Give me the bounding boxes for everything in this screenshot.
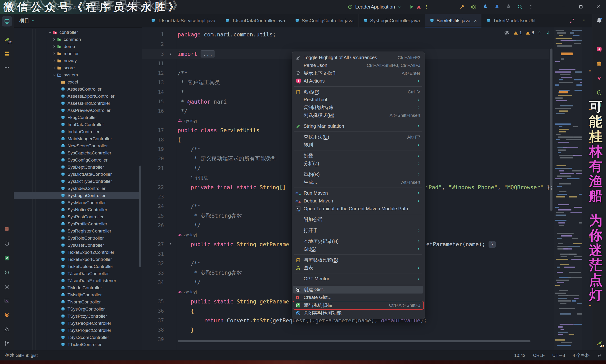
menu-item-18[interactable]: 重构(R) <box>293 170 423 178</box>
menu-item-33[interactable]: 图表 <box>293 264 423 272</box>
editor-tab-4[interactable]: SysLoginController.java <box>358 14 425 27</box>
tree-item-score[interactable]: score <box>14 64 139 71</box>
author-inlay[interactable]: zysicyj <box>178 289 197 295</box>
menu-item-29[interactable]: 本地历史记录(H) <box>293 237 423 245</box>
tree-item-TSysOrgController[interactable]: TSysOrgController <box>14 306 139 313</box>
run-button[interactable] <box>409 4 414 10</box>
error-stripe-mark[interactable] <box>589 305 591 306</box>
tree-item-TSysScoreController[interactable]: TSysScoreController <box>14 334 139 341</box>
tree-item-TMsdjbController[interactable]: TMsdjbController <box>14 291 139 299</box>
tree-item-NewScoreController[interactable]: NewScoreController <box>14 142 139 149</box>
jrebel-tool-button[interactable]: JR <box>2 34 12 44</box>
author-inlay[interactable]: zysicyj <box>178 118 197 123</box>
tree-item-TModelController[interactable]: TModelController <box>14 284 139 291</box>
problems-tool-button[interactable] <box>2 310 12 320</box>
close-tab-icon[interactable]: × <box>474 18 477 23</box>
tree-item-SysIndexController[interactable]: SysIndexController <box>14 185 139 192</box>
tree-item-SysDictTypeController[interactable]: SysDictTypeController <box>14 178 139 185</box>
menu-item-40[interactable]: 关闭实时检测功能 <box>293 309 423 317</box>
rocket-icon[interactable] <box>482 4 488 10</box>
editor-tab-3[interactable]: SysConfigController.java <box>290 14 358 27</box>
chevron-right-icon[interactable] <box>51 45 57 49</box>
tree-item-TicketUploadController[interactable]: TicketUploadController <box>14 263 139 270</box>
editor-tab-5[interactable]: ServletUtils.java× <box>425 14 482 27</box>
commit-tool-button[interactable] <box>2 48 12 59</box>
excel-tool-button[interactable] <box>2 253 12 263</box>
error-stripe-mark[interactable] <box>589 125 591 126</box>
menu-item-2[interactable]: 显示上下文操作Alt+Enter <box>293 69 423 77</box>
editor-vertical-scrollbar[interactable] <box>550 49 552 211</box>
author-inlay[interactable]: zysicyj <box>178 232 197 237</box>
menu-item-35[interactable]: GPT Mentor <box>293 275 423 283</box>
debug-button[interactable] <box>416 4 422 10</box>
readonly-lock-icon[interactable] <box>597 353 602 358</box>
menu-item-1[interactable]: Parse JsonCtrl+Alt+Shift+J, Ctrl+Alt+J <box>293 62 423 69</box>
rocket-icon[interactable] <box>494 4 500 10</box>
maximize-button[interactable] <box>578 3 584 10</box>
tree-item-SysRoleController[interactable]: SysRoleController <box>14 235 139 242</box>
editor-tab-1[interactable]: TJsonDataServiceImpl.java <box>146 14 220 27</box>
usage-hint[interactable]: 1 个用法 <box>191 175 208 181</box>
next-problem-icon[interactable] <box>546 30 551 35</box>
editor-tab-6[interactable]: TicketModelJsonUtil <box>482 14 540 27</box>
line-ending-selector[interactable]: CRLF <box>533 353 545 358</box>
json-tool-button[interactable]: {} <box>594 100 604 109</box>
warnings-tool-button[interactable] <box>2 324 12 334</box>
menu-item-13[interactable]: 转到 <box>293 141 423 149</box>
error-stripe-mark[interactable] <box>589 186 591 187</box>
tree-item-AssPreviewController[interactable]: AssPreviewController <box>14 107 139 114</box>
rocket-disabled-icon[interactable] <box>506 4 511 10</box>
menu-item-0[interactable]: Toggle Highlight of All OccurrencesCtrl+… <box>293 54 423 62</box>
settings-tool-button[interactable] <box>2 281 12 292</box>
tree-item-TSysProjectController[interactable]: TSysProjectController <box>14 327 139 334</box>
tree-item-monitor[interactable]: monitor <box>14 50 139 57</box>
notifications-button[interactable] <box>594 16 604 25</box>
error-stripe-mark[interactable] <box>589 162 591 163</box>
menu-item-27[interactable]: 打开于 <box>293 227 423 234</box>
menu-item-12[interactable]: 查找用法(U)Alt+F7 <box>293 133 423 141</box>
error-stripe-mark[interactable] <box>589 236 591 237</box>
tree-item-AssessExportController[interactable]: AssessExportController <box>14 93 139 100</box>
tree-item-SysRegisterController[interactable]: SysRegisterController <box>14 228 139 235</box>
menu-item-30[interactable]: Git(G) <box>293 245 423 253</box>
menu-item-25[interactable]: 附加会话 <box>293 216 423 223</box>
tree-item-SysPostController[interactable]: SysPostController <box>14 213 139 221</box>
menu-item-7[interactable]: 复制/粘贴特殊 <box>293 104 423 111</box>
terminal-tool-button[interactable] <box>2 296 12 306</box>
project-scrollbar[interactable] <box>139 166 141 267</box>
inspection-widget[interactable]: 1 6 <box>504 30 551 36</box>
tree-item-system[interactable]: system <box>14 71 139 78</box>
menu-item-23[interactable]: mOpen Terminal at the Current Maven Modu… <box>293 205 423 213</box>
tree-item-TicketExport2Controller[interactable]: TicketExport2Controller <box>14 249 139 256</box>
menu-item-38[interactable]: GCreate Gist... <box>293 294 423 301</box>
menu-item-3[interactable]: AI Actions <box>293 77 423 85</box>
ai-assistant-button[interactable] <box>594 44 604 54</box>
tree-item-controller[interactable]: controller <box>14 29 139 36</box>
menu-item-32[interactable]: 与剪贴板比较(B) <box>293 256 423 264</box>
tree-item-ImpDataController[interactable]: ImpDataController <box>14 121 139 128</box>
menu-item-37[interactable]: 创建 Gist... <box>293 286 423 294</box>
tree-item-demo[interactable]: demo <box>14 43 139 50</box>
tree-item-IndataController[interactable]: IndataController <box>14 128 139 135</box>
tree-item-SysProfileController[interactable]: SysProfileController <box>14 221 139 228</box>
tree-item-AssessFindController[interactable]: AssessFindController <box>14 100 139 107</box>
tree-item-SysDeptController[interactable]: SysDeptController <box>14 164 139 171</box>
encoding-selector[interactable]: UTF-8 <box>552 353 565 358</box>
tree-item-SysDictDataController[interactable]: SysDictDataController <box>14 171 139 178</box>
editor-horizontal-scrollbar[interactable] <box>178 340 530 342</box>
error-stripe-mark[interactable] <box>589 70 591 71</box>
history-tool-button[interactable] <box>2 238 12 249</box>
jrebel-badge[interactable]: JR <box>594 338 604 348</box>
chevron-right-icon[interactable] <box>51 66 57 70</box>
tools-icon[interactable] <box>459 4 465 10</box>
menu-item-22[interactable]: mDebug Maven <box>293 197 423 205</box>
database-button[interactable] <box>594 59 604 69</box>
tree-item-TTicketController[interactable]: TTicketController <box>14 341 139 348</box>
highlight-off-icon[interactable] <box>504 30 510 36</box>
menu-item-8[interactable]: 列选择模式(M)Alt+Shift+Insert <box>293 111 423 119</box>
tree-item-TSysPczyController[interactable]: TSysPczyController <box>14 313 139 320</box>
git-tool-button[interactable] <box>2 338 12 349</box>
chevron-right-icon[interactable] <box>51 38 57 42</box>
menu-item-15[interactable]: 折叠 <box>293 152 423 160</box>
editor-tab-2[interactable]: TJsonDataController.java <box>220 14 290 27</box>
